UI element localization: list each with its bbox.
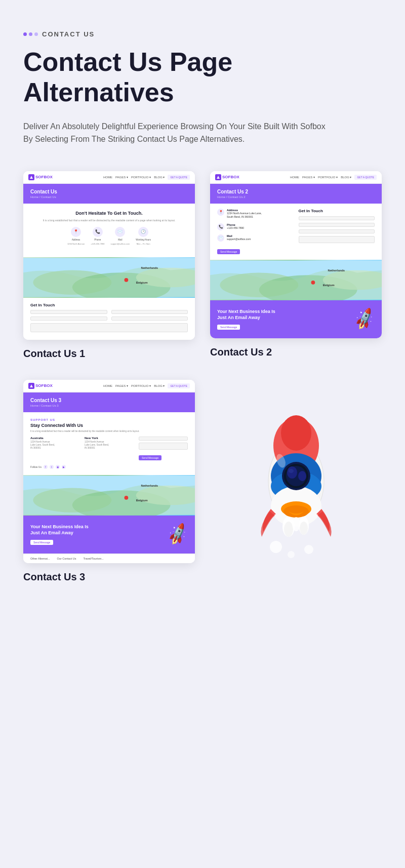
form-row <box>299 236 375 243</box>
section-label-text: CONTACT US <box>42 30 95 38</box>
mockup-logo-icon-1 <box>28 174 34 180</box>
bottom-nav-our: Our Contact Us <box>57 557 76 560</box>
social-row: Follow Us f t ◉ ▶ <box>30 465 188 469</box>
card-contact-us-1: SOFBOX HOME PAGES ▾ PORTFOLIO ▾ BLOG ▾ G… <box>23 171 195 360</box>
nav-btn: GET A QUOTE <box>354 175 377 180</box>
svg-point-39 <box>284 522 293 537</box>
mockup-logo-2: SOFBOX <box>215 174 239 180</box>
mockup-promo-3: Your Next Business Idea Is Just An Email… <box>23 516 195 554</box>
rocket-illustration <box>225 410 367 552</box>
mockup-nav-links-3: HOME PAGES ▾ PORTFOLIO ▾ BLOG ▾ GET A QU… <box>103 383 190 388</box>
svg-text:Belgium: Belgium <box>136 281 148 284</box>
mockup-3: SOFBOX HOME PAGES ▾ PORTFOLIO ▾ BLOG ▾ G… <box>23 380 195 563</box>
cards-grid: SOFBOX HOME PAGES ▾ PORTFOLIO ▾ BLOG ▾ G… <box>23 171 382 583</box>
mail-icon: ✉️ <box>115 227 125 237</box>
mockup-section-1: Don't Hesitate To Get In Touch. It is a … <box>23 204 195 257</box>
mockup-nav-2: SOFBOX HOME PAGES ▾ PORTFOLIO ▾ BLOG ▾ G… <box>210 171 382 184</box>
promo-rocket-2: 🚀 <box>352 307 378 332</box>
svg-text:Netherlands: Netherlands <box>141 266 158 269</box>
svg-point-41 <box>300 522 308 535</box>
mockup-logo-icon-2 <box>215 174 221 180</box>
nav-link: HOME <box>290 176 299 179</box>
icon-phone: 📞 Phone +123-456-7890 <box>91 227 104 245</box>
form-field <box>299 223 375 227</box>
info-text: +123-456-7890 <box>227 226 244 230</box>
svg-marker-16 <box>30 384 33 387</box>
nav-link: HOME <box>103 176 112 179</box>
mockup-nav-3: SOFBOX HOME PAGES ▾ PORTFOLIO ▾ BLOG ▾ G… <box>23 380 195 392</box>
page-description: Deliver An Absolutely Delightful Experie… <box>23 120 327 146</box>
nav-link: PAGES ▾ <box>115 175 128 179</box>
form-field <box>299 216 375 220</box>
page-container: CONTACT US Contact Us Page Alternatives … <box>0 0 405 623</box>
svg-marker-8 <box>217 176 220 179</box>
svg-point-43 <box>270 541 282 553</box>
svg-point-44 <box>304 545 313 554</box>
svg-text:Netherlands: Netherlands <box>328 268 345 271</box>
nav-btn: GET A QUOTE <box>168 383 190 388</box>
form-field <box>139 437 188 441</box>
nav-link: PAGES ▾ <box>302 175 315 179</box>
mockup-logo-icon-3 <box>28 383 34 389</box>
twitter-icon[interactable]: t <box>50 465 54 469</box>
nav-link: PAGES ▾ <box>115 384 128 387</box>
mockup-breadcrumb-2: Home / Contact Us 2 <box>217 195 375 199</box>
page-title: Contact Us Page Alternatives <box>23 47 382 108</box>
mockup-nav-links-2: HOME PAGES ▾ PORTFOLIO ▾ BLOG ▾ GET A QU… <box>290 175 377 180</box>
mockup-form-1: Get In Touch <box>23 298 195 340</box>
form-row <box>299 223 375 227</box>
phone-icon-2: 📞 <box>217 223 224 230</box>
mockup-map-1: Netherlands Belgium <box>23 257 195 298</box>
form-field <box>111 317 188 321</box>
mockup-contact-info: 📍 Address 1234 North Avenue Luke Lane,So… <box>217 209 294 255</box>
instagram-icon[interactable]: ◉ <box>56 465 60 469</box>
card-preview-1[interactable]: SOFBOX HOME PAGES ▾ PORTFOLIO ▾ BLOG ▾ G… <box>23 171 195 340</box>
address-icon: 📍 <box>71 227 81 237</box>
mockup-form-side: Get In Touch <box>299 209 375 255</box>
mockup-hero-title-1: Contact Us <box>30 189 188 194</box>
section-label: CONTACT US <box>23 30 382 38</box>
phone-icon: 📞 <box>93 227 103 237</box>
nav-btn: GET A QUOTE <box>168 175 190 180</box>
mockup-hero-1: Contact Us Home / Contact Us <box>23 184 195 204</box>
mail-icon-2: ✉️ <box>217 234 224 242</box>
decorative-dots <box>23 32 38 36</box>
card-preview-2[interactable]: SOFBOX HOME PAGES ▾ PORTFOLIO ▾ BLOG ▾ G… <box>210 171 382 338</box>
rocket-illustration-container <box>210 380 382 583</box>
mockup-form-row <box>30 317 188 321</box>
svg-point-26 <box>281 415 311 451</box>
info-row-phone: 📞 Phone +123-456-7890 <box>217 223 294 230</box>
offices-row: Australia 1234 North AvenueLuke Lane, So… <box>30 437 188 461</box>
promo-btn-2[interactable]: Send Message <box>217 325 240 330</box>
mockup-breadcrumb-1: Home / Contact Us <box>30 195 188 199</box>
mockup-hero-3: Contact Us 3 Home / Contact Us 3 <box>23 392 195 412</box>
promo-rocket-3: 🚀 <box>165 522 191 547</box>
youtube-icon[interactable]: ▶ <box>62 465 66 469</box>
svg-point-42 <box>292 517 300 531</box>
icon-hours: 🕐 Working Hours Mon – Fri: 9am <box>136 227 151 245</box>
svg-marker-0 <box>30 176 33 179</box>
svg-point-7 <box>125 278 129 282</box>
address-icon-2: 📍 <box>217 209 224 216</box>
follow-label: Follow Us <box>30 465 42 468</box>
card-preview-3[interactable]: SOFBOX HOME PAGES ▾ PORTFOLIO ▾ BLOG ▾ G… <box>23 380 195 563</box>
mockup-nav-1: SOFBOX HOME PAGES ▾ PORTFOLIO ▾ BLOG ▾ G… <box>23 171 195 184</box>
mockup-logo-1: SOFBOX <box>28 174 53 180</box>
mockup-contact2-section: 📍 Address 1234 North Avenue Luke Lane,So… <box>210 204 382 260</box>
info-row-address: 📍 Address 1234 North Avenue Luke Lane,So… <box>217 209 294 219</box>
facebook-icon[interactable]: f <box>44 465 48 469</box>
office-newyork: New York 1234 North AvenueLuke Lane, Sou… <box>85 437 134 461</box>
form-field <box>111 310 188 314</box>
form-send-btn[interactable]: Send Message <box>139 455 161 460</box>
promo-btn-3[interactable]: Send Message <box>30 540 53 545</box>
mockup-breadcrumb-3: Home / Contact Us 3 <box>30 404 188 407</box>
svg-text:Belgium: Belgium <box>136 498 148 501</box>
form-title-2: Get In Touch <box>299 209 375 213</box>
icon-mail: ✉️ Mail support@sofbox.com <box>110 227 130 245</box>
info-text: support@sofbox.com <box>227 238 251 242</box>
card-label-3: Contact Us 3 <box>23 571 195 583</box>
mockup-nav-links-1: HOME PAGES ▾ PORTFOLIO ▾ BLOG ▾ GET A QU… <box>103 175 190 180</box>
stay-sub: It is a long established fact that a rea… <box>30 430 188 432</box>
form-field <box>30 310 107 314</box>
send-message-btn[interactable]: Send Message <box>217 249 240 254</box>
